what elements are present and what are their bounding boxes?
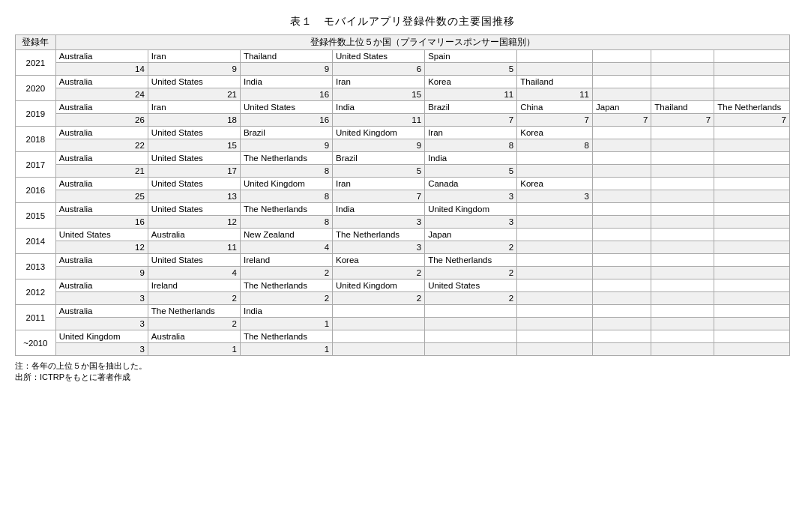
country-cell: The Netherlands [333, 229, 425, 241]
count-cell [651, 63, 714, 76]
count-cell: 14 [55, 63, 148, 76]
country-cell: Thailand [517, 76, 593, 88]
country-cell: United States [148, 127, 240, 139]
country-cell [592, 229, 651, 241]
count-cell: 16 [55, 216, 148, 229]
count-cell: 3 [55, 343, 148, 356]
country-cell [517, 305, 593, 318]
country-cell: Iran [333, 178, 425, 190]
count-cell: 4 [240, 241, 332, 254]
country-cell: India [333, 101, 425, 114]
table-row: 2017AustraliaUnited StatesThe Netherland… [16, 152, 790, 165]
count-cell [517, 216, 593, 229]
count-cell [517, 318, 593, 330]
count-cell [592, 241, 651, 254]
count-cell: 7 [333, 190, 425, 203]
col-year-header: 登録年 [16, 35, 56, 50]
country-cell [651, 254, 714, 267]
country-cell: Korea [517, 127, 593, 139]
count-cell: 15 [148, 139, 240, 152]
country-cell: The Netherlands [240, 330, 332, 343]
count-cell: 6 [333, 63, 425, 76]
count-cell: 25 [55, 190, 148, 203]
country-cell: Australia [55, 50, 148, 63]
count-cell: 13 [148, 190, 240, 203]
count-cell: 16 [240, 88, 332, 101]
table-row: 2012AustraliaIrelandThe NetherlandsUnite… [16, 279, 790, 292]
count-cell: 24 [55, 88, 148, 101]
count-row: 321 [16, 318, 790, 330]
country-cell: Korea [517, 178, 593, 190]
country-cell: China [517, 101, 593, 114]
country-cell: The Netherlands [240, 203, 332, 216]
table-row: 2014United StatesAustraliaNew ZealandThe… [16, 229, 790, 241]
count-cell [714, 139, 790, 152]
count-cell [517, 165, 593, 178]
count-cell [651, 267, 714, 279]
country-cell [651, 152, 714, 165]
country-cell: Australia [55, 305, 148, 318]
count-cell: 11 [148, 241, 240, 254]
country-cell: United States [240, 101, 332, 114]
table-row: 2016AustraliaUnited StatesUnited Kingdom… [16, 178, 790, 190]
year-cell: 2017 [16, 152, 56, 178]
country-cell: Brazil [425, 101, 517, 114]
country-cell: United States [148, 254, 240, 267]
country-cell: The Netherlands [240, 152, 332, 165]
country-cell: India [425, 152, 517, 165]
country-cell [517, 152, 593, 165]
count-row: 94222 [16, 267, 790, 279]
country-cell [714, 178, 790, 190]
country-cell: United States [148, 178, 240, 190]
country-cell [517, 50, 593, 63]
count-cell [714, 241, 790, 254]
count-row: 2618161177777 [16, 114, 790, 127]
count-cell [592, 63, 651, 76]
country-cell: United Kingdom [55, 330, 148, 343]
count-cell: 8 [240, 216, 332, 229]
count-cell: 1 [148, 343, 240, 356]
year-cell: 2013 [16, 254, 56, 279]
count-cell: 7 [714, 114, 790, 127]
count-cell: 4 [148, 267, 240, 279]
count-cell [714, 190, 790, 203]
count-cell: 18 [148, 114, 240, 127]
count-cell [425, 343, 517, 356]
country-cell: United States [148, 76, 240, 88]
count-cell [714, 88, 790, 101]
count-cell [651, 190, 714, 203]
count-cell: 8 [240, 190, 332, 203]
country-cell [651, 229, 714, 241]
count-cell: 12 [55, 241, 148, 254]
country-cell: Ireland [148, 279, 240, 292]
year-cell: 2020 [16, 76, 56, 101]
table-row: 2013AustraliaUnited StatesIrelandKoreaTh… [16, 254, 790, 267]
count-cell: 1 [240, 343, 332, 356]
table-row: 2021AustraliaIranThailandUnited StatesSp… [16, 50, 790, 63]
country-cell [651, 76, 714, 88]
country-cell: United Kingdom [333, 127, 425, 139]
country-cell [714, 229, 790, 241]
country-cell [651, 279, 714, 292]
country-cell [651, 50, 714, 63]
country-cell [592, 279, 651, 292]
count-cell [714, 267, 790, 279]
count-row: 2117855 [16, 165, 790, 178]
count-cell [592, 190, 651, 203]
country-cell: Thailand [240, 50, 332, 63]
count-row: 22159988 [16, 139, 790, 152]
country-cell: The Netherlands [240, 279, 332, 292]
count-cell [714, 343, 790, 356]
country-cell [592, 127, 651, 139]
country-cell [517, 229, 593, 241]
count-row: 1612833 [16, 216, 790, 229]
count-cell [517, 63, 593, 76]
count-cell [651, 241, 714, 254]
country-cell [592, 152, 651, 165]
count-cell: 9 [333, 139, 425, 152]
year-cell: 2015 [16, 203, 56, 229]
count-cell [333, 343, 425, 356]
country-cell: Korea [333, 254, 425, 267]
count-cell: 11 [425, 88, 517, 101]
count-cell: 8 [425, 139, 517, 152]
